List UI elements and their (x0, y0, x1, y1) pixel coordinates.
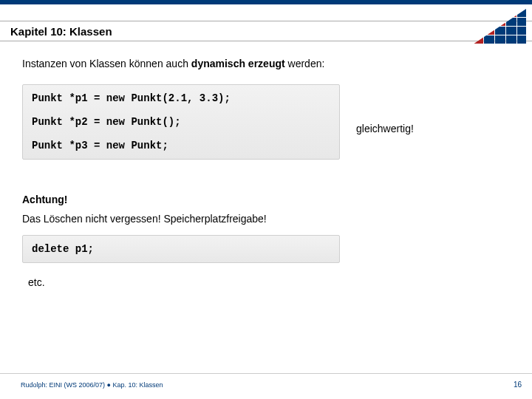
svg-rect-2 (484, 9, 494, 17)
svg-rect-8 (495, 18, 505, 26)
logo-icon (473, 9, 526, 44)
svg-rect-20 (517, 35, 526, 44)
chapter-title: Kapitel 10: Klassen (10, 25, 112, 38)
footer-divider (0, 373, 532, 374)
brand-logo (473, 9, 526, 44)
code-row: Punkt *p1 = new Punkt(2.1, 3.3); Punkt *… (22, 84, 510, 173)
svg-rect-10 (517, 18, 526, 26)
svg-rect-17 (484, 35, 494, 44)
svg-rect-5 (517, 9, 526, 17)
svg-rect-12 (484, 27, 494, 35)
code-block-2: delete p1; (22, 235, 340, 263)
svg-rect-13 (495, 27, 505, 35)
svg-rect-9 (506, 18, 516, 26)
svg-rect-11 (473, 27, 483, 35)
svg-rect-1 (473, 9, 483, 17)
warning-text: Das Löschen nicht vergessen! Speicherpla… (22, 213, 510, 225)
svg-rect-15 (517, 27, 526, 35)
chapter-bar: Kapitel 10: Klassen (0, 21, 532, 41)
warning-heading: Achtung! (22, 194, 510, 205)
intro-prefix: Instanzen von Klassen können auch (22, 58, 191, 69)
header-stripe (0, 0, 532, 4)
page-number: 16 (514, 381, 522, 389)
svg-rect-6 (473, 18, 483, 26)
equivalence-label: gleichwertig! (356, 123, 414, 134)
svg-rect-14 (506, 27, 516, 35)
intro-text: Instanzen von Klassen können auch dynami… (22, 58, 510, 69)
svg-rect-4 (506, 9, 516, 17)
intro-bold: dynamisch erzeugt (191, 58, 285, 69)
intro-suffix: werden: (285, 58, 325, 69)
svg-rect-18 (495, 35, 505, 44)
code-block-1: Punkt *p1 = new Punkt(2.1, 3.3); Punkt *… (22, 84, 340, 160)
etc-label: etc. (28, 276, 510, 288)
svg-rect-7 (484, 18, 494, 26)
svg-rect-19 (506, 35, 516, 44)
footer-text: Rudolph: EINI (WS 2006/07) ● Kap. 10: Kl… (21, 381, 163, 389)
slide-content: Instanzen von Klassen können auch dynami… (22, 58, 510, 288)
svg-rect-3 (495, 9, 505, 17)
svg-rect-16 (473, 35, 483, 44)
